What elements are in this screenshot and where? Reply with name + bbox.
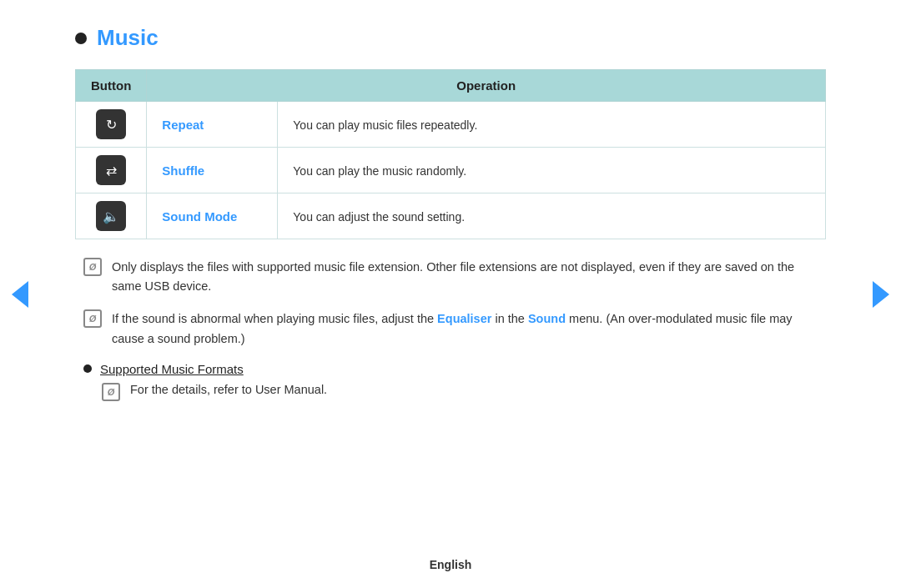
op-desc-sound-mode: You can adjust the sound setting. — [278, 193, 826, 239]
note-text-1: Only displays the files with supported m… — [112, 258, 826, 296]
table-row-sound-mode: 🔈Sound ModeYou can adjust the sound sett… — [76, 193, 826, 239]
right-arrow-shape — [873, 281, 889, 308]
music-table: Button Operation ↻RepeatYou can play mus… — [75, 69, 826, 239]
footer: English — [0, 558, 901, 571]
title-bullet — [75, 33, 87, 44]
table-header-operation: Operation — [147, 70, 826, 102]
supported-bullet — [83, 364, 92, 373]
op-label-repeat: Repeat — [147, 102, 278, 148]
supported-title-row: Supported Music Formats — [83, 362, 826, 376]
left-arrow-shape — [12, 281, 28, 308]
page-title: Music — [97, 25, 159, 51]
btn-icon-repeat: ↻ — [96, 109, 126, 139]
title-row: Music — [75, 25, 826, 51]
op-label-shuffle: Shuffle — [147, 148, 278, 193]
memo-icon-1: Ø — [83, 258, 102, 276]
equaliser-link: Equaliser — [437, 312, 491, 325]
btn-icon-shuffle: ⇄ — [96, 155, 126, 185]
op-label-sound-mode: Sound Mode — [147, 193, 278, 239]
notes-section: Ø Only displays the files with supported… — [75, 258, 826, 349]
nav-arrow-right[interactable] — [869, 279, 893, 309]
supported-note: Ø For the details, refer to User Manual. — [83, 383, 826, 401]
memo-icon-3: Ø — [102, 383, 120, 401]
supported-note-text: For the details, refer to User Manual. — [130, 383, 327, 396]
op-desc-repeat: You can play music files repeatedly. — [278, 102, 826, 148]
table-row-repeat: ↻RepeatYou can play music files repeated… — [76, 102, 826, 148]
note-text-2: If the sound is abnormal when playing mu… — [112, 309, 826, 348]
sound-link: Sound — [528, 312, 566, 325]
note-row-2: Ø If the sound is abnormal when playing … — [75, 309, 826, 348]
btn-icon-sound-mode: 🔈 — [96, 201, 126, 231]
table-header-button: Button — [76, 70, 147, 102]
btn-cell-sound-mode: 🔈 — [76, 193, 147, 239]
supported-section: Supported Music Formats Ø For the detail… — [75, 362, 826, 401]
nav-arrow-left[interactable] — [8, 279, 32, 309]
btn-cell-shuffle: ⇄ — [76, 148, 147, 193]
note-row-1: Ø Only displays the files with supported… — [75, 258, 826, 296]
memo-icon-2: Ø — [83, 309, 102, 328]
supported-title: Supported Music Formats — [100, 362, 244, 376]
op-desc-shuffle: You can play the music randomly. — [278, 148, 826, 193]
btn-cell-repeat: ↻ — [76, 102, 147, 148]
table-row-shuffle: ⇄ShuffleYou can play the music randomly. — [76, 148, 826, 193]
footer-language: English — [430, 558, 472, 571]
page-content: Music Button Operation ↻RepeatYou can pl… — [0, 0, 901, 426]
